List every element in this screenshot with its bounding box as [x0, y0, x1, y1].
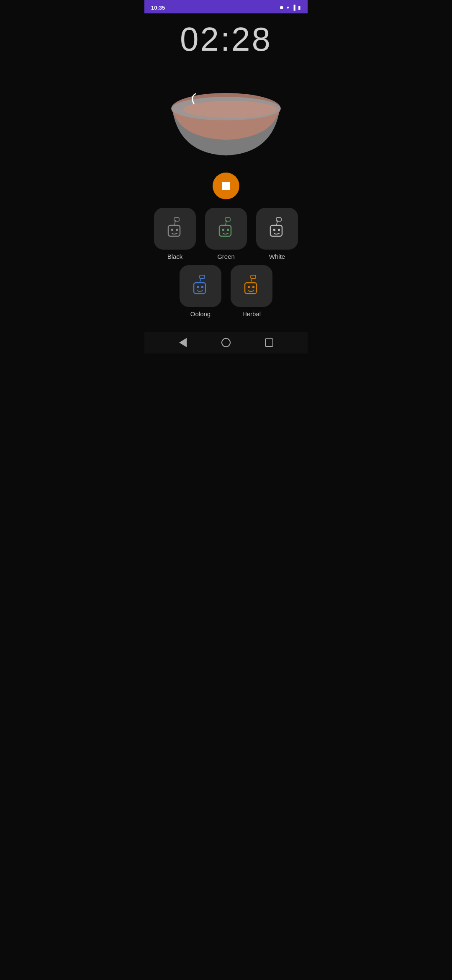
tea-label-herbal: Herbal [242, 310, 261, 317]
svg-rect-17 [276, 218, 281, 221]
recents-button[interactable] [261, 334, 277, 351]
svg-rect-5 [176, 229, 178, 231]
svg-rect-4 [171, 229, 173, 231]
svg-point-2 [183, 101, 277, 118]
wifi-icon: ▾ [287, 5, 289, 10]
tea-label-white: White [269, 253, 285, 260]
svg-rect-24 [248, 286, 250, 288]
tea-item-oolong[interactable]: Oolong [177, 265, 223, 317]
svg-rect-13 [270, 225, 282, 236]
battery-icon: ▮ [298, 5, 301, 10]
stop-btn-container [144, 173, 308, 199]
tea-icon-oolong [180, 265, 221, 307]
svg-rect-10 [227, 229, 229, 231]
svg-rect-25 [252, 286, 254, 288]
notification-icon: ⏺ [279, 5, 284, 10]
stop-icon [222, 182, 230, 190]
tea-label-black: Black [167, 253, 183, 260]
svg-rect-7 [174, 218, 179, 221]
status-bar: 10:35 ⏺ ▾ ▐ ▮ [144, 0, 308, 13]
home-icon [221, 338, 231, 347]
bowl-svg [167, 75, 285, 158]
tea-item-green[interactable]: Green [203, 208, 249, 260]
svg-rect-14 [273, 229, 275, 231]
tea-item-white[interactable]: White [254, 208, 300, 260]
svg-rect-15 [278, 229, 280, 231]
svg-rect-18 [194, 283, 205, 294]
tea-item-herbal[interactable]: Herbal [229, 265, 275, 317]
signal-icon: ▐ [292, 5, 295, 10]
back-icon [179, 338, 187, 347]
tea-cup-container [144, 62, 308, 171]
tea-row-1: Black Green [151, 208, 301, 260]
recents-icon [265, 338, 273, 347]
svg-rect-3 [168, 225, 180, 236]
status-icons: ⏺ ▾ ▐ ▮ [279, 5, 301, 10]
svg-rect-22 [200, 275, 205, 279]
tea-icon-black [154, 208, 196, 250]
svg-rect-12 [225, 218, 230, 221]
tea-bowl [167, 75, 285, 158]
tea-row-2: Oolong Herbal [151, 265, 301, 317]
timer-text: 02:28 [180, 21, 272, 58]
tea-label-green: Green [217, 253, 235, 260]
back-button[interactable] [175, 334, 191, 351]
tea-item-black[interactable]: Black [152, 208, 198, 260]
svg-rect-20 [201, 286, 203, 288]
tea-icon-green [205, 208, 247, 250]
svg-rect-27 [251, 275, 256, 279]
svg-rect-23 [245, 283, 257, 294]
status-time: 10:35 [151, 5, 165, 11]
tea-label-oolong: Oolong [190, 310, 211, 317]
svg-rect-9 [222, 229, 224, 231]
svg-rect-19 [197, 286, 199, 288]
tea-icon-herbal [231, 265, 272, 307]
svg-rect-8 [219, 225, 231, 236]
stop-button[interactable] [213, 173, 239, 199]
home-button[interactable] [218, 334, 234, 351]
tea-grid: Black Green [144, 208, 308, 317]
timer-display: 02:28 [144, 13, 308, 62]
tea-icon-white [256, 208, 298, 250]
nav-bar [144, 332, 308, 353]
